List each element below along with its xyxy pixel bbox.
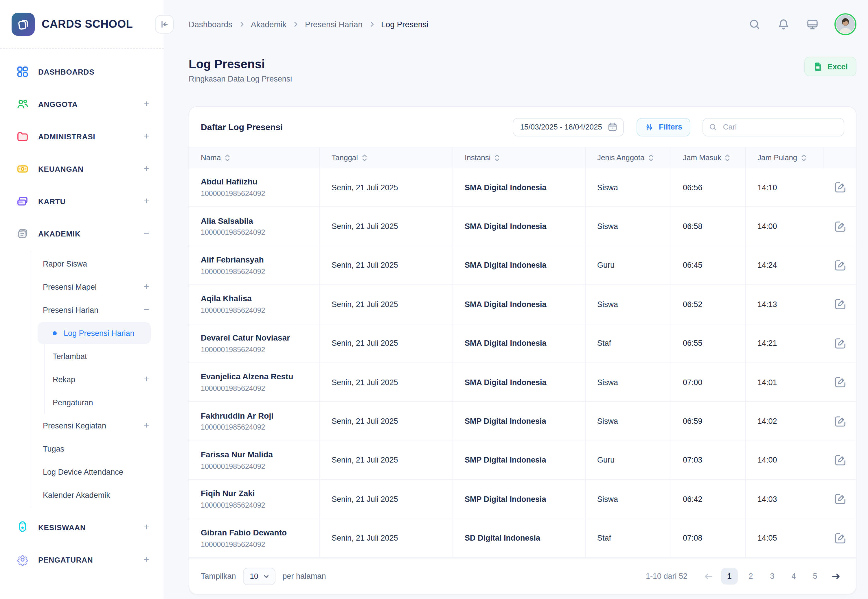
topbar: Dashboards Akademik Presensi Harian Log … bbox=[165, 0, 868, 48]
edit-row-button[interactable] bbox=[832, 336, 848, 352]
cell-nama: Aqila Khalisa1000001985624092 bbox=[189, 285, 319, 324]
expand-plus-icon[interactable]: + bbox=[139, 420, 153, 431]
edit-row-button[interactable] bbox=[832, 452, 848, 468]
column-header-jam-masuk[interactable]: Jam Masuk bbox=[671, 147, 745, 168]
sidebar-item-rapor-siswa[interactable]: Rapor Siswa bbox=[31, 252, 154, 275]
edit-row-button[interactable] bbox=[832, 530, 848, 546]
academic-cards-icon bbox=[16, 227, 29, 240]
next-page-arrow-icon[interactable] bbox=[828, 568, 844, 584]
expand-plus-icon[interactable]: + bbox=[139, 163, 153, 175]
sidebar-item-pengaturan-harian[interactable]: Pengaturan bbox=[45, 391, 154, 414]
edit-row-button[interactable] bbox=[832, 218, 848, 235]
sidebar-item-presensi-harian[interactable]: Presensi Harian − bbox=[31, 298, 154, 322]
edit-icon bbox=[833, 492, 847, 506]
cell-jam-pulang: 14:05 bbox=[745, 519, 823, 557]
member-id: 1000001985624092 bbox=[201, 462, 319, 471]
log-table: Nama Tanggal Instansi Jenis Anggota Jam … bbox=[189, 147, 856, 558]
money-icon bbox=[16, 163, 29, 175]
sidebar-item-label: ANGGOTA bbox=[38, 100, 139, 108]
expand-plus-icon[interactable]: + bbox=[139, 131, 153, 142]
search-icon bbox=[709, 122, 717, 131]
page-button-5[interactable]: 5 bbox=[807, 568, 823, 585]
sidebar-item-anggota[interactable]: ANGGOTA + bbox=[9, 92, 154, 116]
sidebar-item-tugas[interactable]: Tugas bbox=[31, 437, 154, 460]
sidebar-item-dashboards[interactable]: DASHBOARDS bbox=[9, 60, 154, 83]
edit-row-button[interactable] bbox=[832, 179, 848, 196]
expand-plus-icon[interactable]: + bbox=[139, 554, 153, 566]
sidebar-item-log-device-attendance[interactable]: Log Device Attendance bbox=[31, 460, 154, 483]
column-header-instansi[interactable]: Instansi bbox=[453, 147, 585, 168]
cell-actions bbox=[823, 168, 856, 207]
expand-plus-icon[interactable]: + bbox=[139, 196, 153, 207]
sidebar-item-terlambat[interactable]: Terlambat bbox=[45, 345, 154, 368]
collapse-minus-icon[interactable]: − bbox=[139, 304, 153, 316]
sidebar-item-pengaturan[interactable]: PENGATURAN + bbox=[9, 548, 154, 571]
member-name: Gibran Fabio Dewanto bbox=[201, 528, 319, 538]
table-row: Abdul Hafiizhu1000001985624092Senin, 21 … bbox=[189, 168, 856, 207]
filters-button[interactable]: Filters bbox=[637, 118, 690, 136]
per-page-control: Tampilkan 10 per halaman bbox=[201, 568, 326, 585]
edit-row-button[interactable] bbox=[832, 413, 848, 429]
sidebar-item-rekap[interactable]: Rekap + bbox=[45, 368, 154, 391]
expand-plus-icon[interactable]: + bbox=[139, 281, 153, 293]
member-id: 1000001985624092 bbox=[201, 268, 319, 276]
search-input[interactable] bbox=[722, 122, 838, 132]
cell-nama: Alia Salsabila1000001985624092 bbox=[189, 207, 319, 246]
edit-row-button[interactable] bbox=[832, 257, 848, 274]
brand-logo-icon bbox=[12, 12, 35, 36]
users-icon bbox=[16, 98, 29, 110]
edit-row-button[interactable] bbox=[832, 491, 848, 507]
sidebar-item-presensi-kegiatan[interactable]: Presensi Kegiatan + bbox=[31, 414, 154, 437]
date-range-picker[interactable]: 15/03/2025 - 18/04/2025 bbox=[513, 118, 624, 136]
expand-plus-icon[interactable]: + bbox=[139, 373, 153, 385]
table-row: Farissa Nur Malida1000001985624092Senin,… bbox=[189, 441, 856, 480]
expand-plus-icon[interactable]: + bbox=[139, 522, 153, 533]
sidebar-item-kalender-akademik[interactable]: Kalender Akademik bbox=[31, 483, 154, 507]
edit-icon bbox=[833, 259, 847, 272]
cell-jam-masuk: 06:59 bbox=[671, 402, 745, 441]
column-header-nama[interactable]: Nama bbox=[189, 147, 319, 168]
sort-icon bbox=[801, 154, 806, 162]
cell-jam-masuk: 06:52 bbox=[671, 285, 745, 324]
page-button-3[interactable]: 3 bbox=[764, 568, 780, 585]
sidebar-item-administrasi[interactable]: ADMINISTRASI + bbox=[9, 125, 154, 148]
sidebar-item-presensi-mapel[interactable]: Presensi Mapel + bbox=[31, 275, 154, 298]
cell-jam-pulang: 14:01 bbox=[745, 363, 823, 402]
cell-instansi: SMA Digital Indonesia bbox=[453, 207, 585, 246]
prev-page-arrow-icon[interactable] bbox=[700, 568, 716, 584]
page-button-2[interactable]: 2 bbox=[743, 568, 759, 585]
breadcrumb-presensi-harian[interactable]: Presensi Harian bbox=[305, 20, 362, 29]
sidebar-item-akademik[interactable]: AKADEMIK − bbox=[9, 222, 154, 245]
card-header: Daftar Log Presensi 15/03/2025 - 18/04/2… bbox=[189, 107, 856, 147]
pagination: 1-10 dari 52 1 2 3 4 5 bbox=[646, 568, 844, 585]
sidebar-item-log-presensi-harian[interactable]: Log Presensi Harian bbox=[38, 322, 151, 344]
table-row: Evanjelica Alzena Restu1000001985624092S… bbox=[189, 363, 856, 402]
expand-plus-icon[interactable]: + bbox=[139, 98, 153, 110]
per-page-select[interactable]: 10 bbox=[243, 568, 276, 585]
column-header-tanggal[interactable]: Tanggal bbox=[319, 147, 453, 168]
cell-jam-masuk: 06:56 bbox=[671, 168, 745, 207]
breadcrumb-akademik[interactable]: Akademik bbox=[251, 20, 287, 29]
excel-export-button[interactable]: Excel bbox=[804, 57, 856, 76]
sidebar-item-keuangan[interactable]: KEUANGAN + bbox=[9, 157, 154, 181]
page-button-1[interactable]: 1 bbox=[721, 568, 738, 585]
sidebar-item-kartu[interactable]: KARTU + bbox=[9, 190, 154, 213]
edit-icon bbox=[833, 414, 847, 428]
cell-tanggal: Senin, 21 Juli 2025 bbox=[319, 324, 453, 363]
breadcrumb-dashboards[interactable]: Dashboards bbox=[189, 20, 232, 29]
cell-nama: Evanjelica Alzena Restu1000001985624092 bbox=[189, 363, 319, 402]
edit-row-button[interactable] bbox=[832, 296, 848, 313]
search-icon[interactable] bbox=[748, 17, 762, 31]
bell-icon[interactable] bbox=[777, 17, 791, 31]
sidebar-item-kesiswaan[interactable]: KESISWAAN + bbox=[9, 516, 154, 539]
column-header-jam-pulang[interactable]: Jam Pulang bbox=[745, 147, 823, 168]
edit-row-button[interactable] bbox=[832, 374, 848, 390]
monitor-icon[interactable] bbox=[806, 17, 820, 31]
column-header-jenis-anggota[interactable]: Jenis Anggota bbox=[585, 147, 671, 168]
avatar[interactable] bbox=[835, 13, 856, 35]
collapse-minus-icon[interactable]: − bbox=[139, 228, 153, 239]
chevron-right-icon bbox=[292, 21, 299, 28]
member-name: Fiqih Nur Zaki bbox=[201, 489, 319, 499]
sidebar-collapse-button[interactable] bbox=[155, 15, 174, 33]
page-button-4[interactable]: 4 bbox=[785, 568, 802, 585]
